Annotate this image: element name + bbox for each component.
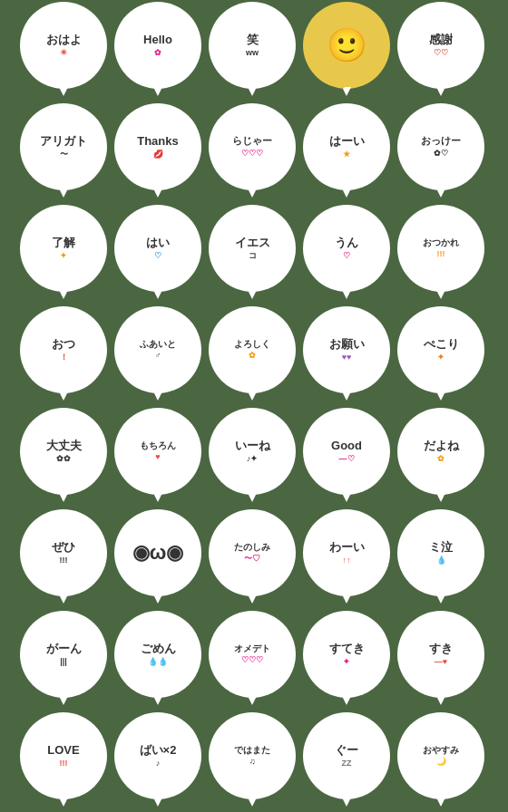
bubble-owo[interactable]: ◉ω◉	[114, 509, 201, 596]
bubble-okkee[interactable]: おっけー ✿♡	[397, 103, 484, 190]
bubble-otsukare[interactable]: おつかれ !!!	[397, 205, 484, 292]
bubble-suteki[interactable]: すてき ✦	[303, 611, 390, 698]
bubble-bye[interactable]: ばい×2 ♪	[114, 712, 201, 799]
bubble-oyasumi[interactable]: おやすみ 🌙	[397, 712, 484, 799]
bubble-mochiron[interactable]: もちろん ♥	[114, 408, 201, 495]
bubble-otsu[interactable]: おつ ！	[20, 306, 107, 393]
bubble-waai[interactable]: わーい ↑↑	[303, 509, 390, 596]
bubble-demawa[interactable]: ではまた ♫	[209, 712, 296, 799]
bubble-haii[interactable]: はーい ★	[303, 103, 390, 190]
bubble-hai[interactable]: はい ♡	[114, 205, 201, 292]
bubble-rajaa[interactable]: らじゃー ♡♡♡	[209, 103, 296, 190]
bubble-smiley[interactable]: 🙂	[303, 2, 390, 89]
bubble-yoroshiku[interactable]: よろしく ✿	[209, 306, 296, 393]
bubble-zehi[interactable]: ぜひ !!!	[20, 509, 107, 596]
bubble-iine[interactable]: いーね ♪✦	[209, 408, 296, 495]
bubble-onegai[interactable]: お願い ♥♥	[303, 306, 390, 393]
bubble-faito[interactable]: ふあいと ♂	[114, 306, 201, 393]
bubble-gomen[interactable]: ごめん 💧💧	[114, 611, 201, 698]
bubble-suki[interactable]: すき —♥	[397, 611, 484, 698]
bubble-un[interactable]: うん ♡	[303, 205, 390, 292]
bubble-dayone[interactable]: だよね ✿	[397, 408, 484, 495]
bubble-omedeto[interactable]: オメデト ♡♡♡	[209, 611, 296, 698]
bubble-naki[interactable]: ミ泣 💧	[397, 509, 484, 596]
bubble-tanoshimi[interactable]: たのしみ 〜♡	[209, 509, 296, 596]
bubble-yes[interactable]: イエス コ	[209, 205, 296, 292]
bubble-laugh[interactable]: 笑 ww	[209, 2, 296, 89]
bubble-arigato[interactable]: アリガト 〜	[20, 103, 107, 190]
bubble-ryokai[interactable]: 了解 ✦	[20, 205, 107, 292]
bubble-love[interactable]: LOVE !!!	[20, 712, 107, 799]
emoji-grid: おはよ ☀ Hello ✿ 笑 ww 🙂 感謝 ♡♡ アリガト 〜 Thanks…	[13, 0, 495, 812]
bubble-daijoubu[interactable]: 大丈夫 ✿✿	[20, 408, 107, 495]
bubble-thanks[interactable]: Thanks 💋	[114, 103, 201, 190]
bubble-gaan[interactable]: がーん |||	[20, 611, 107, 698]
bubble-kansha[interactable]: 感謝 ♡♡	[397, 2, 484, 89]
bubble-pekori[interactable]: ぺこり ✦	[397, 306, 484, 393]
bubble-hello[interactable]: Hello ✿	[114, 2, 201, 89]
bubble-ohayo[interactable]: おはよ ☀	[20, 2, 107, 89]
bubble-good[interactable]: Good —♡	[303, 408, 390, 495]
bubble-guu[interactable]: ぐー ZZ	[303, 712, 390, 799]
